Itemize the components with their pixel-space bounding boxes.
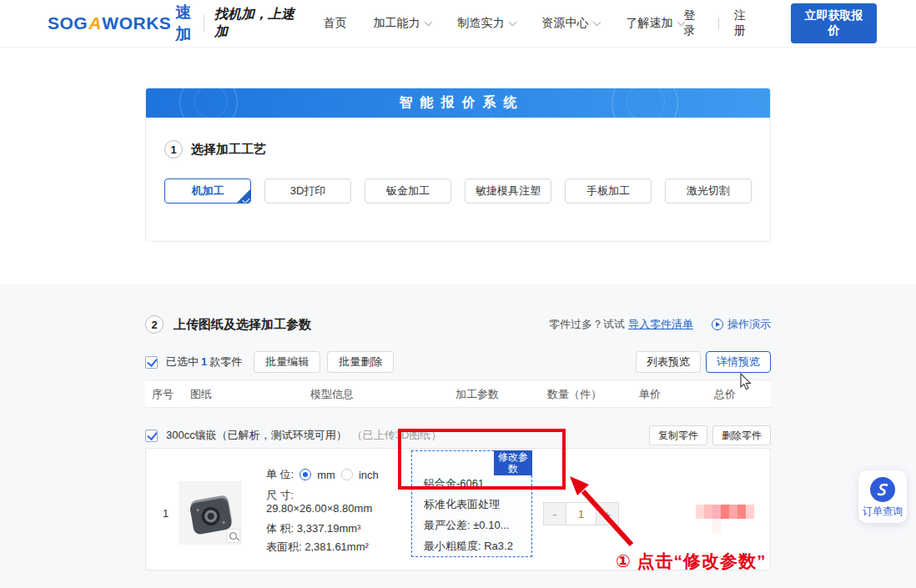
page: SOGAWORKS 速加 找机加，上速加 首页 加工能力 制造实力 资源中心 了… (0, 0, 916, 588)
logo-letter-a: A (88, 13, 101, 33)
zoom-in-icon[interactable] (226, 529, 240, 543)
tab-rapid-tooling[interactable]: 敏捷模具注塑 (465, 178, 551, 204)
nav-item-strength[interactable]: 制造实力 (458, 16, 516, 31)
column-process-params: 加工参数 (455, 380, 499, 409)
step2-header: 2 上传图纸及选择加工参数 零件过多？试试 导入零件清单 操作演示 (145, 315, 771, 334)
volume-value: 3,337.19mm³ (297, 522, 361, 535)
order-query-icon (870, 477, 895, 502)
play-circle-icon (712, 319, 723, 330)
logo-divider (204, 15, 204, 32)
selected-check-icon (236, 188, 251, 204)
unit-mm-label: mm (317, 469, 335, 481)
nav-item-resources[interactable]: 资源中心 (542, 16, 600, 31)
login-link[interactable]: 登录 (684, 8, 704, 38)
delete-part-button[interactable]: 删除零件 (712, 425, 771, 445)
area-value: 2,381.61mm² (304, 540, 369, 553)
nav-item-capability[interactable]: 加工能力 (374, 16, 431, 31)
register-link[interactable]: 注册 (734, 8, 754, 38)
param-tolerance: 最严公差: ±0.10... (424, 518, 513, 533)
nav-item-about[interactable]: 了解速加 (627, 16, 684, 31)
step2-title: 上传图纸及选择加工参数 (174, 317, 311, 333)
quote-system-card: 智能报价系统 1 选择加工工艺 机加工 3D打印 钣金加工 敏捷模具注塑 手板加… (145, 88, 771, 242)
part-name: 300cc镶嵌（已解析，测试环境可用） (166, 428, 347, 443)
part-row-actions: 复制零件 删除零件 (649, 425, 771, 445)
banner-decoration (194, 88, 228, 118)
size-label: 尺 寸: (266, 488, 294, 503)
annotation-callout-text: ① 点击“修改参数” (616, 550, 767, 573)
param-material: 铝合金-6061 (424, 476, 513, 491)
selected-count-text: 已选中1款零件 (166, 354, 242, 369)
main-nav: 首页 加工能力 制造实力 资源中心 了解速加 (324, 16, 684, 31)
banner-title: 智能报价系统 (392, 94, 525, 112)
selected-count: 1 (199, 355, 209, 368)
part-index: 1 (163, 507, 169, 520)
chevron-down-icon (592, 18, 601, 27)
tab-prototype[interactable]: 手板加工 (565, 178, 652, 204)
selection-bar: 已选中1款零件 批量编辑 批量删除 列表预览 详情预览 (145, 350, 771, 374)
size-value: 29.80×26.00×8.80mm (266, 502, 372, 515)
step1-header: 1 选择加工工艺 (164, 140, 770, 158)
tab-3d-printing[interactable]: 3D打印 (264, 178, 351, 204)
column-total-price: 总价 (714, 380, 736, 409)
quote-banner: 智能报价系统 (146, 88, 770, 118)
logo[interactable]: SOGAWORKS 速加 (48, 2, 194, 45)
column-quantity: 数量（件） (547, 380, 601, 409)
order-query-widget[interactable]: 订单查询 (858, 470, 907, 523)
demo-link[interactable]: 操作演示 (712, 317, 771, 332)
column-drawing: 图纸 (190, 380, 212, 409)
process-params-box[interactable]: 修改参数 铝合金-6061 标准化表面处理 最严公差: ±0.10... 最小粗… (411, 450, 532, 557)
quantity-stepper: - + (543, 502, 619, 525)
preview-toggle: 列表预览 详情预览 (636, 351, 771, 373)
batch-delete-button[interactable]: 批量删除 (327, 351, 394, 373)
banner-decoration (627, 88, 665, 118)
step1-title: 选择加工工艺 (191, 142, 266, 158)
import-parts-link[interactable]: 导入零件清单 (628, 317, 693, 332)
unit-mm-radio[interactable] (299, 469, 311, 480)
param-roughness: 最小粗糙度: Ra3.2 (424, 539, 513, 554)
tab-laser-cutting[interactable]: 激光切割 (665, 178, 752, 204)
detail-preview-button[interactable]: 详情预览 (706, 351, 771, 373)
quantity-minus-button[interactable]: - (543, 502, 566, 525)
parts-table-header: 序号 图纸 模型信息 加工参数 数量（件） 单价 总价 (145, 379, 771, 408)
logo-cn: 速加 (175, 2, 194, 45)
param-list: 铝合金-6061 标准化表面处理 最严公差: ±0.10... 最小粗糙度: R… (424, 476, 513, 554)
part-thumbnail[interactable] (179, 481, 242, 545)
unit-inch-label: inch (359, 469, 379, 481)
auth-divider (718, 18, 719, 29)
part-row-header: 300cc镶嵌（已解析，测试环境可用） （已上传3D图纸） 复制零件 删除零件 (145, 425, 771, 446)
part-upload-status: （已上传3D图纸） (352, 428, 442, 443)
part-checkbox[interactable] (145, 430, 158, 442)
unit-inch-radio[interactable] (341, 469, 353, 480)
hint-group: 零件过多？试试 导入零件清单 操作演示 (549, 317, 771, 332)
chevron-down-icon (508, 18, 516, 27)
modify-params-button[interactable]: 修改参数 (494, 450, 532, 475)
chevron-down-icon (424, 18, 432, 27)
list-preview-button[interactable]: 列表预览 (636, 351, 701, 373)
nav-item-home[interactable]: 首页 (324, 16, 347, 31)
copy-part-button[interactable]: 复制零件 (649, 425, 707, 445)
top-nav: SOGAWORKS 速加 找机加，上速加 首页 加工能力 制造实力 资源中心 了… (0, 0, 916, 48)
step1-number: 1 (164, 140, 183, 158)
column-index: 序号 (152, 380, 174, 409)
logo-text-sog: SOG (48, 13, 88, 33)
header-right: 登录 注册 立即获取报价 (684, 3, 878, 43)
unit-label: 单 位: (266, 467, 294, 482)
get-quote-button[interactable]: 立即获取报价 (791, 3, 877, 43)
tab-cnc-machining[interactable]: 机加工 (164, 178, 251, 204)
quantity-plus-button[interactable]: + (596, 502, 619, 525)
demo-label: 操作演示 (727, 317, 771, 332)
select-all-checkbox[interactable] (145, 356, 158, 369)
column-unit-price: 单价 (639, 380, 661, 409)
process-tabs: 机加工 3D打印 钣金加工 敏捷模具注塑 手板加工 激光切割 (164, 178, 770, 204)
tab-sheet-metal[interactable]: 钣金加工 (365, 178, 451, 204)
censored-price (696, 505, 756, 535)
too-many-parts-hint: 零件过多？试试 (549, 317, 625, 332)
quantity-input[interactable] (566, 502, 596, 525)
order-query-label: 订单查询 (863, 505, 903, 519)
area-line: 表面积: 2,381.61mm² (266, 540, 369, 555)
column-model-info: 模型信息 (310, 380, 354, 409)
step2-number: 2 (145, 315, 164, 334)
batch-edit-button[interactable]: 批量编辑 (254, 351, 320, 373)
logo-text-works: WORKS (102, 13, 171, 33)
unit-selector: 单 位: mm inch (266, 467, 379, 482)
